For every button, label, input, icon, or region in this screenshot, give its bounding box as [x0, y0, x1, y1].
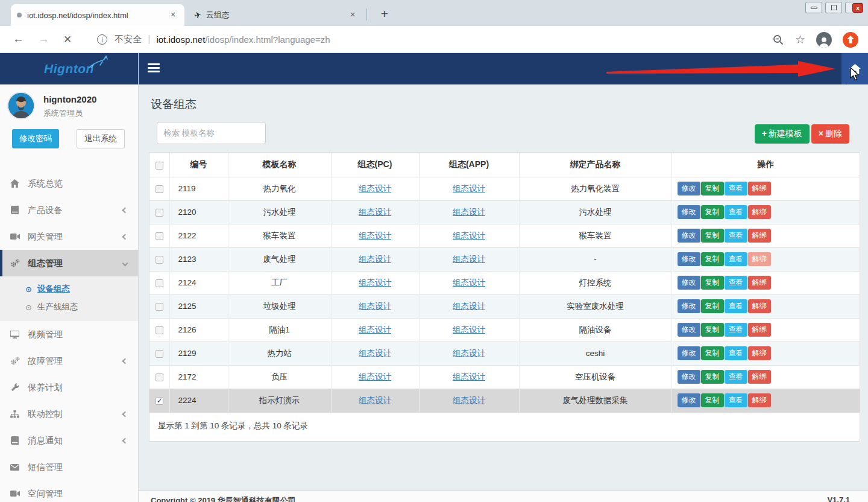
- edit-button[interactable]: 修改: [678, 205, 700, 219]
- profile-avatar-icon[interactable]: [816, 32, 832, 48]
- sidebar-item-linkage[interactable]: 联动控制: [0, 401, 138, 427]
- view-button[interactable]: 查看: [725, 346, 747, 360]
- sidebar-item-space[interactable]: 空间管理: [0, 480, 138, 502]
- sidebar-item-configuration[interactable]: 组态管理: [0, 250, 138, 276]
- pc-config-link[interactable]: 组态设计: [359, 231, 391, 240]
- app-config-link[interactable]: 组态设计: [453, 278, 485, 287]
- unbind-button[interactable]: 解绑: [748, 252, 771, 266]
- extension-icon[interactable]: [843, 32, 858, 48]
- unbind-button[interactable]: 解绑: [748, 346, 771, 360]
- logout-button[interactable]: 退出系统: [77, 129, 125, 148]
- app-config-link[interactable]: 组态设计: [453, 184, 485, 193]
- app-config-link[interactable]: 组态设计: [453, 255, 485, 264]
- edit-button[interactable]: 修改: [678, 299, 700, 313]
- row-checkbox[interactable]: [156, 232, 163, 240]
- restore-button[interactable]: [825, 2, 842, 13]
- search-input[interactable]: [157, 122, 266, 144]
- edit-button[interactable]: 修改: [678, 323, 700, 337]
- app-config-link[interactable]: 组态设计: [453, 325, 485, 334]
- view-button[interactable]: 查看: [725, 393, 747, 407]
- edit-button[interactable]: 修改: [678, 276, 700, 290]
- copy-button[interactable]: 复制: [701, 393, 724, 407]
- row-checkbox[interactable]: [156, 209, 163, 217]
- tab-close-icon[interactable]: ×: [347, 10, 358, 21]
- view-button[interactable]: 查看: [725, 299, 747, 313]
- view-button[interactable]: 查看: [725, 370, 747, 384]
- view-button[interactable]: 查看: [725, 229, 747, 243]
- unbind-button[interactable]: 解绑: [748, 205, 771, 219]
- new-template-button[interactable]: +新建模板: [755, 124, 810, 144]
- sidebar-item-gateway[interactable]: 网关管理: [0, 223, 138, 250]
- view-button[interactable]: 查看: [725, 182, 747, 195]
- row-checkbox[interactable]: [156, 373, 163, 381]
- unbind-button[interactable]: 解绑: [748, 299, 771, 313]
- url-field[interactable]: 不安全 | iot.idosp.net/idosp/index.html?lan…: [115, 34, 330, 45]
- sidebar-item-maintenance[interactable]: 保养计划: [0, 374, 138, 401]
- pc-config-link[interactable]: 组态设计: [359, 396, 391, 405]
- copy-button[interactable]: 复制: [701, 205, 724, 219]
- edit-button[interactable]: 修改: [678, 346, 700, 360]
- app-config-link[interactable]: 组态设计: [453, 302, 485, 311]
- stop-icon[interactable]: ✕: [63, 33, 72, 46]
- close-button[interactable]: × x: [845, 2, 862, 13]
- sidebar-subitem-line-config[interactable]: ⊙ 生产线组态: [0, 298, 138, 316]
- unbind-button[interactable]: 解绑: [748, 370, 771, 384]
- copy-button[interactable]: 复制: [701, 323, 724, 337]
- sidebar-item-product-device[interactable]: 产品设备: [0, 197, 138, 223]
- pc-config-link[interactable]: 组态设计: [359, 184, 391, 193]
- sidebar-item-video[interactable]: 视频管理: [0, 321, 138, 348]
- unbind-button[interactable]: 解绑: [748, 323, 771, 337]
- select-all-checkbox[interactable]: [156, 162, 163, 170]
- copy-button[interactable]: 复制: [701, 182, 724, 195]
- edit-button[interactable]: 修改: [678, 229, 700, 243]
- copy-button[interactable]: 复制: [701, 276, 724, 290]
- edit-button[interactable]: 修改: [678, 252, 700, 266]
- browser-tab-active[interactable]: iot.idosp.net/idosp/index.html ×: [11, 4, 184, 26]
- copy-button[interactable]: 复制: [701, 252, 724, 266]
- row-checkbox[interactable]: [156, 350, 163, 358]
- browser-tab-inactive[interactable]: ✈ 云组态 ×: [188, 4, 364, 26]
- unbind-button[interactable]: 解绑: [748, 229, 771, 243]
- view-button[interactable]: 查看: [725, 323, 747, 337]
- unbind-button[interactable]: 解绑: [748, 276, 771, 290]
- page-info-icon[interactable]: i: [97, 34, 107, 45]
- edit-button[interactable]: 修改: [678, 393, 700, 407]
- row-checkbox[interactable]: [156, 256, 163, 264]
- delete-button[interactable]: ×删除: [811, 124, 849, 144]
- pc-config-link[interactable]: 组态设计: [359, 372, 391, 381]
- zoom-out-icon[interactable]: [772, 34, 784, 46]
- home-button[interactable]: [841, 53, 868, 84]
- app-config-link[interactable]: 组态设计: [453, 372, 485, 381]
- view-button[interactable]: 查看: [725, 252, 747, 266]
- row-checkbox[interactable]: [156, 397, 163, 405]
- sidebar-item-fault[interactable]: 故障管理: [0, 348, 138, 374]
- view-button[interactable]: 查看: [725, 276, 747, 290]
- edit-button[interactable]: 修改: [678, 182, 700, 195]
- new-tab-button[interactable]: +: [376, 6, 393, 23]
- unbind-button[interactable]: 解绑: [748, 393, 771, 407]
- row-checkbox[interactable]: [156, 279, 163, 287]
- edit-button[interactable]: 修改: [678, 370, 700, 384]
- row-checkbox[interactable]: [156, 303, 163, 311]
- copy-button[interactable]: 复制: [701, 299, 724, 313]
- app-config-link[interactable]: 组态设计: [453, 349, 485, 358]
- view-button[interactable]: 查看: [725, 205, 747, 219]
- sidebar-subitem-device-config[interactable]: ⊙ 设备组态: [0, 280, 138, 298]
- tab-close-icon[interactable]: ×: [168, 10, 178, 21]
- pc-config-link[interactable]: 组态设计: [359, 208, 391, 217]
- pc-config-link[interactable]: 组态设计: [359, 325, 391, 334]
- app-config-link[interactable]: 组态设计: [453, 208, 485, 217]
- app-config-link[interactable]: 组态设计: [453, 231, 485, 240]
- row-checkbox[interactable]: [156, 326, 163, 334]
- minimize-button[interactable]: [805, 2, 822, 13]
- bookmark-star-icon[interactable]: ☆: [795, 33, 805, 46]
- app-config-link[interactable]: 组态设计: [453, 396, 485, 405]
- row-checkbox[interactable]: [156, 185, 163, 193]
- pc-config-link[interactable]: 组态设计: [359, 302, 391, 311]
- forward-icon[interactable]: →: [38, 33, 49, 46]
- sidebar-item-sms[interactable]: 短信管理: [0, 454, 138, 480]
- unbind-button[interactable]: 解绑: [748, 182, 771, 195]
- pc-config-link[interactable]: 组态设计: [359, 255, 391, 264]
- hamburger-menu-icon[interactable]: [148, 63, 160, 74]
- sidebar-item-notification[interactable]: 消息通知: [0, 427, 138, 454]
